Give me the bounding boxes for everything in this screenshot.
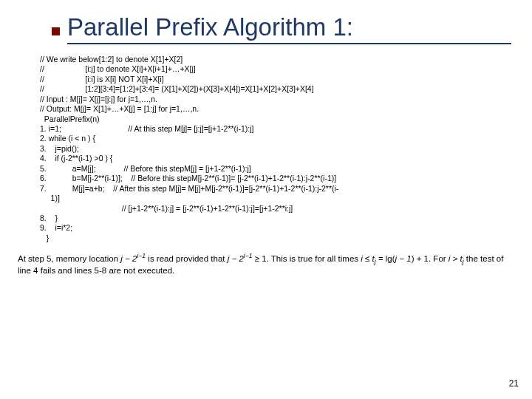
caption-part: i ≤ t [361, 254, 374, 263]
caption-part: is read provided that [146, 254, 228, 263]
caption-part: At step 5, memory location [18, 254, 120, 263]
caption-part: i > t [449, 254, 463, 263]
caption-part: j − 2 [120, 254, 137, 263]
step-caption: At step 5, memory location j − 2i−1 is r… [18, 253, 504, 276]
slide-title: Parallel Prefix Algorithm 1: [67, 13, 511, 44]
caption-exp: i−1 [244, 252, 253, 259]
caption-part: j − 1 [395, 254, 412, 263]
algorithm-code: // We write below[1:2] to denote X[1]+X[… [40, 55, 511, 243]
caption-part: = lg( [376, 254, 395, 263]
caption-part: j − 2 [228, 254, 244, 263]
caption-exp: i−1 [137, 252, 146, 259]
page-number: 21 [509, 378, 519, 389]
title-bullet [52, 27, 60, 35]
caption-part: ≥ 1. This is true for all times [253, 254, 361, 263]
caption-part: ) + 1. For [412, 254, 449, 263]
